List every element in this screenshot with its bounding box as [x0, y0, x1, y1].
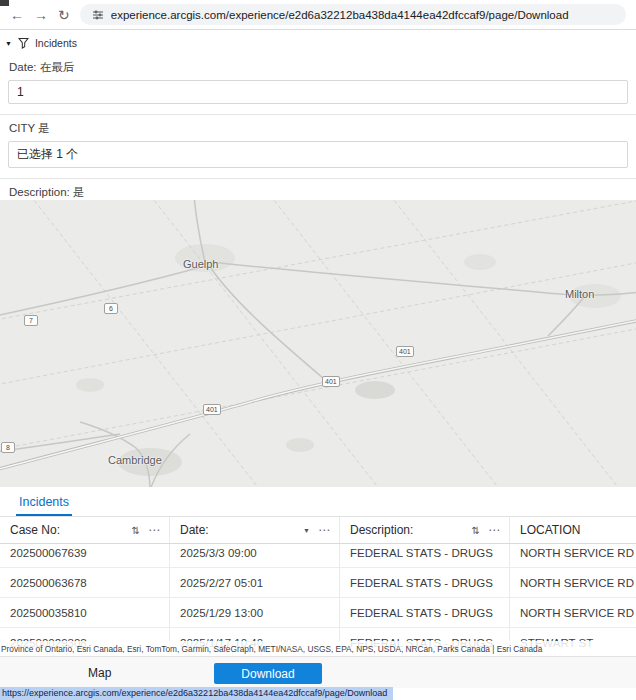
cell-location: NORTH SERVICE RD E	[510, 568, 636, 597]
status-bar-url: https://experience.arcgis.com/experience…	[0, 687, 393, 700]
column-menu-icon[interactable]: ⋯	[318, 523, 330, 537]
cell-case-no: 202500035810	[0, 598, 170, 627]
col-header-date: Date:	[180, 523, 209, 537]
date-value-input[interactable]: 1	[8, 80, 628, 104]
cell-description: FEDERAL STATS - DRUGS	[340, 568, 510, 597]
filter-group-date: Date: 在最后 1	[0, 54, 636, 115]
address-bar[interactable]: experience.arcgis.com/experience/e2d6a32…	[80, 4, 626, 25]
list-tab-bar: Incidents	[0, 487, 636, 517]
table-body: 202500067639 2025/3/3 09:00 FEDERAL STAT…	[0, 538, 636, 648]
window-corner-artifact	[0, 0, 9, 6]
map-canvas[interactable]: Guelph Milton Cambridge 7 6 401 401 401 …	[0, 200, 636, 487]
col-header-location: LOCATION	[520, 523, 580, 537]
highway-shield-6-icon: 6	[104, 303, 118, 314]
download-button[interactable]: Download	[214, 663, 322, 684]
url-text: experience.arcgis.com/experience/e2d6a32…	[111, 9, 569, 21]
highway-shield-8-icon: 8	[1, 442, 15, 453]
cell-case-no: 202500063678	[0, 568, 170, 597]
page-nav-footer: Map Download	[0, 656, 636, 688]
browser-toolbar: ← → ↻ experience.arcgis.com/experience/e…	[0, 0, 636, 30]
sort-icon[interactable]: ⇅	[132, 525, 140, 536]
map-attribution: Province of Ontario, Esri Canada, Esri, …	[0, 641, 636, 656]
city-select[interactable]: 已选择 1 个	[8, 141, 628, 168]
reload-button[interactable]: ↻	[58, 8, 70, 22]
highway-shield-401-icon: 401	[322, 376, 340, 387]
sort-icon[interactable]: ⇅	[472, 525, 480, 536]
filter-label-city: CITY 是	[8, 118, 628, 141]
col-header-description: Description:	[350, 523, 413, 537]
forward-button[interactable]: →	[34, 8, 48, 22]
filter-header: ▼ Incidents	[0, 30, 636, 54]
tab-incidents[interactable]: Incidents	[16, 489, 72, 516]
table-row[interactable]: 202500063678 2025/2/27 05:01 FEDERAL STA…	[0, 568, 636, 598]
site-info-icon[interactable]	[92, 9, 104, 21]
back-button[interactable]: ←	[10, 8, 24, 22]
filter-title: Incidents	[35, 37, 77, 49]
highway-shield-401-icon: 401	[203, 404, 221, 415]
nav-link-map[interactable]: Map	[88, 666, 111, 680]
map-label-milton: Milton	[565, 288, 594, 300]
cell-location: NORTH SERVICE RD W	[510, 598, 636, 627]
col-header-case-no: Case No:	[10, 523, 60, 537]
map-roads	[0, 200, 636, 487]
table-row[interactable]: 202500035810 2025/1/29 13:00 FEDERAL STA…	[0, 598, 636, 628]
highway-shield-401-icon: 401	[396, 346, 414, 357]
cell-date: 2025/2/27 05:01	[170, 568, 340, 597]
map-label-cambridge: Cambridge	[108, 454, 162, 466]
filter-funnel-icon	[18, 37, 29, 49]
collapse-caret-icon[interactable]: ▼	[5, 40, 12, 47]
table-header: Case No: ⇅ ⋯ Date: ▼ ⋯ Description: ⇅ ⋯ …	[0, 517, 636, 544]
column-menu-icon[interactable]: ⋯	[488, 523, 500, 537]
highway-shield-7-icon: 7	[24, 315, 38, 326]
column-menu-icon[interactable]: ⋯	[148, 523, 160, 537]
cell-date: 2025/1/29 13:00	[170, 598, 340, 627]
filter-label-date: Date: 在最后	[8, 57, 628, 80]
map-label-guelph: Guelph	[183, 258, 218, 270]
filter-group-city: CITY 是 已选择 1 个	[0, 115, 636, 179]
cell-description: FEDERAL STATS - DRUGS	[340, 598, 510, 627]
incidents-table: Case No: ⇅ ⋯ Date: ▼ ⋯ Description: ⇅ ⋯ …	[0, 517, 636, 648]
sort-desc-icon[interactable]: ▼	[303, 527, 310, 534]
